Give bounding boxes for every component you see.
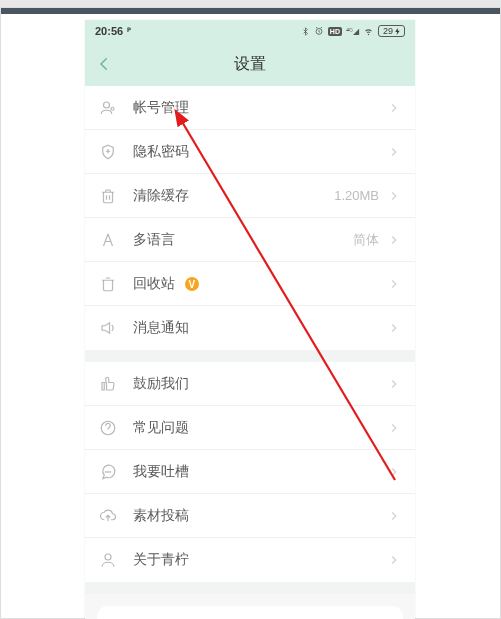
bluetooth-icon [301, 26, 310, 37]
chevron-right-icon [387, 421, 401, 435]
page-title: 设置 [234, 54, 266, 75]
language-icon [97, 231, 119, 249]
language-value: 简体 [353, 231, 379, 249]
question-icon [97, 419, 119, 437]
row-account[interactable]: 帐号管理 [85, 86, 415, 130]
svg-point-6 [110, 471, 111, 472]
user-icon [97, 99, 119, 117]
chat-icon [97, 463, 119, 481]
row-label: 素材投稿 [133, 507, 387, 525]
chevron-right-icon [387, 509, 401, 523]
row-privacy[interactable]: 隐私密码 [85, 130, 415, 174]
row-notify[interactable]: 消息通知 [85, 306, 415, 350]
row-label: 我要吐槽 [133, 463, 387, 481]
wifi-icon [363, 27, 374, 36]
row-cache[interactable]: 清除缓存 1.20MB [85, 174, 415, 218]
desktop-window-frame: 20:56 ᴾ HD ⁴ᴳ◢ 29 [0, 7, 501, 619]
chevron-right-icon [387, 377, 401, 391]
app-header: 设置 [85, 42, 415, 86]
chevron-right-icon [387, 553, 401, 567]
row-label: 帐号管理 [133, 99, 387, 117]
chevron-right-icon [387, 277, 401, 291]
row-submit[interactable]: 素材投稿 [85, 494, 415, 538]
bottom-card-peek [97, 606, 403, 619]
svg-point-4 [105, 471, 106, 472]
row-label: 隐私密码 [133, 143, 387, 161]
row-label: 鼓励我们 [133, 375, 387, 393]
hd-icon: HD [328, 27, 342, 36]
status-time: 20:56 [95, 25, 123, 37]
sound-icon [97, 319, 119, 337]
svg-point-5 [108, 471, 109, 472]
cache-value: 1.20MB [334, 188, 379, 203]
row-label: 清除缓存 [133, 187, 334, 205]
phone-screen: 20:56 ᴾ HD ⁴ᴳ◢ 29 [85, 20, 415, 619]
row-about[interactable]: 关于青柠 [85, 538, 415, 582]
row-language[interactable]: 多语言 简体 [85, 218, 415, 262]
recycle-icon [97, 275, 119, 293]
row-recycle[interactable]: 回收站 V [85, 262, 415, 306]
chevron-right-icon [387, 465, 401, 479]
row-feedback[interactable]: 我要吐槽 [85, 450, 415, 494]
trash-icon [97, 187, 119, 205]
row-label: 关于青柠 [133, 551, 387, 569]
svg-point-2 [111, 107, 114, 110]
group-gap [85, 350, 415, 362]
row-label: 多语言 [133, 231, 353, 249]
v-badge: V [185, 277, 199, 291]
group-gap [85, 582, 415, 594]
alarm-icon [314, 26, 324, 36]
row-encourage[interactable]: 鼓励我们 [85, 362, 415, 406]
back-button[interactable] [95, 42, 113, 86]
person-icon [97, 551, 119, 569]
chevron-right-icon [387, 145, 401, 159]
svg-point-1 [104, 102, 110, 108]
chevron-right-icon [387, 189, 401, 203]
svg-point-7 [105, 554, 111, 560]
signal-icon: ⁴ᴳ◢ [346, 27, 359, 36]
settings-group-2: 鼓励我们 常见问题 我要吐槽 素材 [85, 362, 415, 582]
chevron-right-icon [387, 101, 401, 115]
status-p-icon: ᴾ [127, 26, 131, 37]
row-label: 回收站 V [133, 275, 387, 293]
row-label: 常见问题 [133, 419, 387, 437]
battery-indicator: 29 [378, 25, 405, 37]
settings-group-1: 帐号管理 隐私密码 清除缓存 1.20MB [85, 86, 415, 350]
shield-icon [97, 143, 119, 161]
row-label: 消息通知 [133, 319, 387, 337]
upload-cloud-icon [97, 507, 119, 525]
status-bar: 20:56 ᴾ HD ⁴ᴳ◢ 29 [85, 20, 415, 42]
row-faq[interactable]: 常见问题 [85, 406, 415, 450]
thumbs-up-icon [97, 375, 119, 393]
chevron-right-icon [387, 321, 401, 335]
chevron-right-icon [387, 233, 401, 247]
desktop-window-titlebar [1, 8, 500, 14]
